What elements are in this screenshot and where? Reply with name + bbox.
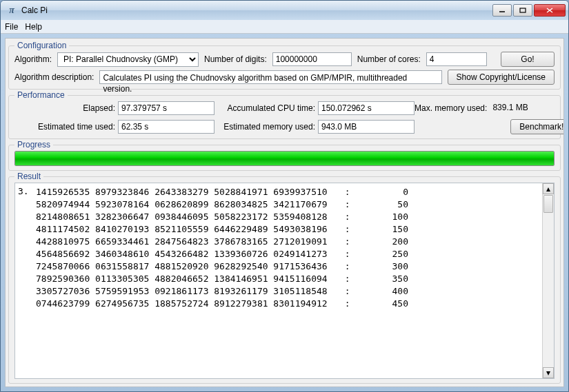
cores-input[interactable] xyxy=(426,52,487,66)
result-line: 4564856692 3460348610 4543266482 1339360… xyxy=(36,248,541,260)
configuration-legend: Configuration xyxy=(14,41,69,50)
performance-group: Performance Elapsed: 97.379757 s Accumul… xyxy=(8,95,561,139)
result-prefix: 3. xyxy=(15,183,34,378)
menubar: File Help xyxy=(1,20,568,34)
result-line: 4811174502 8410270193 8521105559 6446229… xyxy=(36,223,541,236)
content-area: Configuration Algorithm: PI: Parallel Ch… xyxy=(5,38,564,387)
menu-help[interactable]: Help xyxy=(25,22,42,32)
max-memory-label: Max. memory used: xyxy=(415,103,490,113)
result-line: 7245870066 0631558817 4881520920 9628292… xyxy=(36,260,541,273)
scroll-up-button[interactable]: ▴ xyxy=(543,183,554,194)
est-memory-value: 943.0 MB xyxy=(318,120,415,134)
result-line: 5820974944 5923078164 0628620899 8628034… xyxy=(36,198,541,211)
scroll-thumb[interactable] xyxy=(543,195,553,213)
est-time-value: 62.35 s xyxy=(118,120,214,134)
app-window: π Calc Pi File Help Configuration Algori… xyxy=(0,0,569,392)
result-line: 3305727036 5759591953 0921861173 8193261… xyxy=(36,285,541,298)
close-button[interactable] xyxy=(534,4,566,17)
titlebar[interactable]: π Calc Pi xyxy=(1,1,568,20)
cpu-time-label: Accumulated CPU time: xyxy=(214,103,318,113)
go-button[interactable]: Go! xyxy=(501,52,555,67)
result-line: 4428810975 6659334461 2847564823 3786783… xyxy=(36,236,541,248)
digits-input[interactable] xyxy=(272,52,352,66)
algorithm-label: Algorithm: xyxy=(14,54,52,64)
elapsed-value: 97.379757 s xyxy=(118,101,214,115)
show-copyright-button[interactable]: Show Copyright/License xyxy=(448,70,555,85)
configuration-group: Configuration Algorithm: PI: Parallel Ch… xyxy=(8,45,561,90)
result-line: 8214808651 3282306647 0938446095 5058223… xyxy=(36,211,541,223)
algorithm-desc-value: Calculates PI using the Chudnovsky algor… xyxy=(99,70,441,84)
result-line: 7892590360 0113305305 4882046652 1384146… xyxy=(36,273,541,285)
pi-icon: π xyxy=(6,5,17,16)
result-scrollbar[interactable]: ▴ ▾ xyxy=(542,183,554,378)
progress-bar xyxy=(14,151,555,166)
max-memory-value: 839.1 MB xyxy=(490,101,564,115)
est-memory-label: Estimated memory used: xyxy=(214,122,318,132)
performance-legend: Performance xyxy=(14,90,68,100)
scroll-down-button[interactable]: ▾ xyxy=(543,367,554,378)
algorithm-select[interactable]: PI: Parallel Chudnovsky (GMP) xyxy=(57,52,199,67)
cores-label: Number of cores: xyxy=(357,54,421,64)
result-legend: Result xyxy=(14,172,43,181)
progress-legend: Progress xyxy=(14,140,53,149)
result-group: Result 3. 1415926535 8979323846 26433832… xyxy=(8,176,561,384)
digits-label: Number of digits: xyxy=(204,54,267,64)
elapsed-label: Elapsed: xyxy=(14,103,118,113)
progress-fill xyxy=(15,152,554,165)
result-line: 0744623799 6274956735 1885752724 8912279… xyxy=(36,298,541,310)
minimize-button[interactable] xyxy=(492,4,512,17)
maximize-button[interactable] xyxy=(513,4,532,17)
benchmark-button[interactable]: Benchmark! xyxy=(510,119,564,134)
svg-rect-1 xyxy=(520,8,526,12)
cpu-time-value: 150.072962 s xyxy=(318,101,415,115)
result-line: 1415926535 8979323846 2643383279 5028841… xyxy=(36,186,541,198)
result-text[interactable]: 1415926535 8979323846 2643383279 5028841… xyxy=(34,183,542,378)
est-time-label: Estimated time used: xyxy=(14,122,118,132)
progress-group: Progress xyxy=(8,145,561,171)
menu-file[interactable]: File xyxy=(5,22,18,32)
algorithm-desc-label: Algorithm description: xyxy=(14,72,94,82)
window-title: Calc Pi xyxy=(21,6,492,15)
